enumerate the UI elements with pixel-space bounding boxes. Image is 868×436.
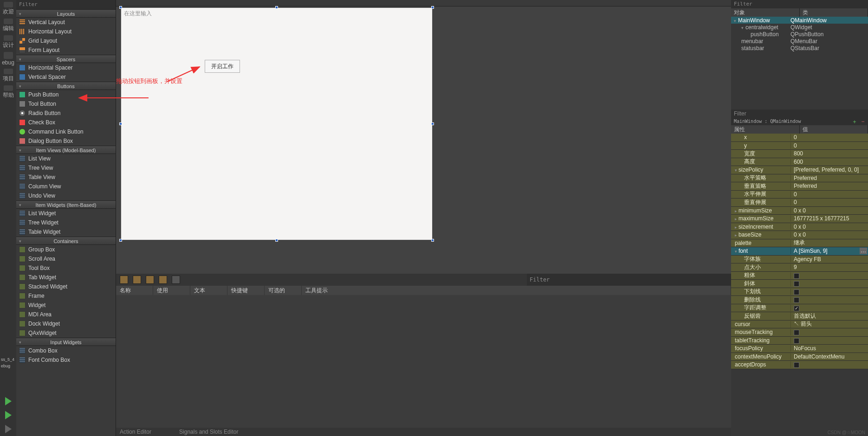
property-row[interactable]: x0	[731, 134, 868, 142]
mode-projects[interactable]: 项目	[1, 69, 15, 83]
checkbox-icon[interactable]	[794, 306, 799, 311]
property-editor[interactable]: x0y0宽度800高度600▾sizePolicy[Preferred, Pre…	[731, 134, 868, 436]
widget-item[interactable]: Check Box	[16, 118, 116, 127]
run-button[interactable]	[5, 397, 12, 405]
tab-action-editor[interactable]: Action Editor	[120, 429, 151, 435]
widget-item[interactable]: Table Widget	[16, 227, 116, 237]
property-row[interactable]: ▸minimumSize0 x 0	[731, 207, 868, 215]
delete-action-icon[interactable]	[159, 276, 167, 284]
form-canvas[interactable]: 在这里输入 开启工作	[121, 7, 433, 240]
widget-category[interactable]: Buttons	[16, 82, 116, 90]
property-row[interactable]: 字距调整	[731, 304, 868, 313]
widget-item[interactable]: MDI Area	[16, 310, 116, 319]
widget-item[interactable]: Group Box	[16, 245, 116, 254]
copy-action-icon[interactable]	[133, 276, 141, 284]
mode-edit[interactable]: 编辑	[1, 19, 15, 32]
col-object[interactable]: 对象	[731, 8, 800, 17]
property-row[interactable]: ▸maximumSize16777215 x 16777215	[731, 215, 868, 223]
widget-item[interactable]: Undo View	[16, 191, 116, 200]
checkbox-icon[interactable]	[794, 330, 799, 335]
resize-handle[interactable]	[275, 239, 278, 242]
property-row[interactable]: palette继承	[731, 239, 868, 248]
property-row[interactable]: tabletTracking	[731, 337, 868, 345]
widget-item[interactable]: Widget	[16, 301, 116, 310]
tab-signals-slots[interactable]: Signals and Slots Editor	[179, 429, 238, 435]
widget-item[interactable]: Column View	[16, 182, 116, 191]
object-inspector-filter[interactable]: Filter	[731, 0, 868, 8]
property-row[interactable]: 下划线	[731, 288, 868, 296]
widget-category[interactable]: Item Views (Model-Based)	[16, 146, 116, 154]
property-row[interactable]: 高度600	[731, 158, 868, 167]
property-row[interactable]: 垂直伸展0	[731, 199, 868, 207]
push-button-widget[interactable]: 开启工作	[205, 60, 240, 73]
col-checkable[interactable]: 可选的	[265, 286, 302, 295]
mode-debug[interactable]: ebug	[1, 52, 15, 66]
property-row[interactable]: ▸baseSize0 x 0	[731, 231, 868, 239]
resize-handle[interactable]	[431, 239, 434, 242]
col-class[interactable]: 类	[800, 8, 868, 17]
new-action-icon[interactable]	[120, 276, 128, 284]
menubar-placeholder[interactable]: 在这里输入	[124, 10, 152, 18]
property-row[interactable]: focusPolicyNoFocus	[731, 345, 868, 353]
property-row[interactable]: acceptDrops	[731, 361, 868, 369]
widget-item[interactable]: Tree Widget	[16, 218, 116, 227]
col-shortcut[interactable]: 快捷键	[227, 286, 265, 295]
mode-design[interactable]: 设计	[1, 35, 15, 49]
action-editor-body[interactable]	[116, 295, 731, 428]
widget-item[interactable]: Stacked Widget	[16, 282, 116, 291]
checkbox-icon[interactable]	[794, 273, 799, 279]
resize-handle[interactable]	[119, 122, 122, 125]
widget-item[interactable]: Tree View	[16, 163, 116, 173]
remove-dynamic-prop-icon[interactable]: −	[860, 118, 866, 125]
object-row[interactable]: ▾centralwidgetQWidget	[731, 24, 868, 31]
widget-item[interactable]: QAxWidget	[16, 328, 116, 338]
property-row[interactable]: 垂直策略Preferred	[731, 182, 868, 191]
widget-item[interactable]: Scroll Area	[16, 254, 116, 263]
col-value[interactable]: 值	[800, 125, 868, 134]
widget-item[interactable]: Tool Button	[16, 99, 116, 109]
col-tooltip[interactable]: 工具提示	[302, 286, 731, 295]
property-row[interactable]: ▾sizePolicy[Preferred, Preferred, 0, 0]	[731, 166, 868, 174]
widget-category[interactable]: Spacers	[16, 55, 116, 63]
widget-category[interactable]: Containers	[16, 237, 116, 245]
col-name[interactable]: 名称	[116, 286, 153, 295]
widget-item[interactable]: Horizontal Layout	[16, 27, 116, 36]
add-dynamic-prop-icon[interactable]: ＋	[851, 118, 858, 125]
widget-item[interactable]: List Widget	[16, 209, 116, 218]
object-row[interactable]: pushButtonQPushButton	[731, 31, 868, 38]
resize-handle[interactable]	[275, 6, 278, 9]
property-filter[interactable]: Filter ＋ −	[731, 109, 868, 118]
widget-category[interactable]: Layouts	[16, 9, 116, 18]
widget-item[interactable]: Vertical Layout	[16, 18, 116, 27]
mode-welcome[interactable]: 欢迎	[1, 2, 15, 16]
col-used[interactable]: 使用	[153, 286, 190, 295]
resize-handle[interactable]	[431, 6, 434, 9]
checkbox-icon[interactable]	[794, 281, 799, 287]
property-row[interactable]: 水平策略Preferred	[731, 174, 868, 183]
widget-item[interactable]: Vertical Spacer	[16, 72, 116, 82]
widget-item[interactable]: Horizontal Spacer	[16, 63, 116, 72]
property-row[interactable]: mouseTracking	[731, 328, 868, 337]
widget-item[interactable]: Tab Widget	[16, 273, 116, 282]
paste-action-icon[interactable]	[146, 276, 154, 284]
property-row[interactable]: cursor↖ 箭头	[731, 321, 868, 329]
run-debug-button[interactable]	[5, 411, 12, 419]
widget-item[interactable]: Radio Button	[16, 109, 116, 118]
widget-item[interactable]: Dock Widget	[16, 319, 116, 328]
checkbox-icon[interactable]	[794, 297, 799, 303]
property-row[interactable]: 粗体	[731, 272, 868, 280]
object-row[interactable]: menubarQMenuBar	[731, 38, 868, 45]
widget-category[interactable]: Input Widgets	[16, 338, 116, 346]
widgetbox-filter[interactable]: Filter	[16, 0, 116, 9]
widget-item[interactable]: Table View	[16, 173, 116, 182]
resize-handle[interactable]	[431, 122, 434, 125]
widget-item[interactable]: Combo Box	[16, 346, 116, 355]
property-row[interactable]: 删除线	[731, 296, 868, 304]
checkbox-icon[interactable]	[794, 289, 799, 295]
build-button[interactable]	[5, 425, 12, 433]
property-row[interactable]: 水平伸展0	[731, 191, 868, 199]
widget-item[interactable]: Push Button	[16, 90, 116, 99]
widget-item[interactable]: Frame	[16, 291, 116, 301]
resize-handle[interactable]	[119, 6, 122, 9]
ellipsis-button[interactable]: …	[860, 248, 867, 254]
